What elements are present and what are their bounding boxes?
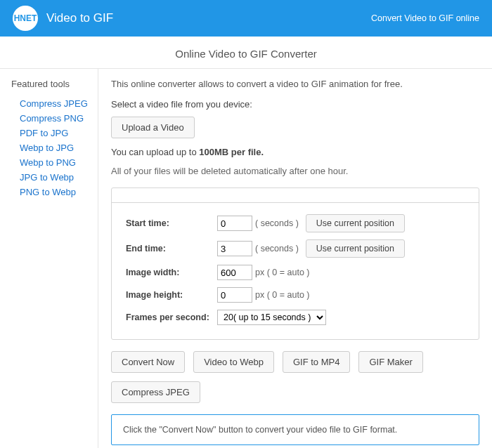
sidebar-heading: Featured tools xyxy=(11,79,98,89)
action-row: Convert Now Video to Webp GIF to MP4 GIF… xyxy=(111,351,479,403)
sidebar-item-webp-to-png[interactable]: Webp to PNG xyxy=(11,155,98,170)
intro-text: This online converter allows to convert … xyxy=(111,79,479,89)
hint-box: Click the "Convert Now" button to conver… xyxy=(111,414,479,445)
fps-label: Frames per second: xyxy=(126,312,217,322)
end-time-input[interactable] xyxy=(217,241,252,256)
sidebar-item-pdf-to-jpg[interactable]: PDF to JPG xyxy=(11,126,98,140)
start-time-label: Start time: xyxy=(126,218,217,228)
image-height-unit: px ( 0 = auto ) xyxy=(255,290,309,300)
header-link-convert[interactable]: Convert Video to GIF online xyxy=(371,13,479,23)
image-height-label: Image height: xyxy=(126,290,217,300)
panel-body: Start time: ( seconds ) Use current posi… xyxy=(112,202,479,339)
select-file-label: Select a video file from you device: xyxy=(111,99,479,110)
upload-note-prefix: You can upload up to xyxy=(111,147,199,157)
upload-note-limit: 100MB per file. xyxy=(199,147,264,157)
image-height-input[interactable] xyxy=(217,287,252,303)
sidebar-item-jpg-to-webp[interactable]: JPG to Webp xyxy=(11,170,98,185)
header-left: HNET Video to GIF xyxy=(13,6,113,31)
row-end-time: End time: ( seconds ) Use current positi… xyxy=(126,239,465,258)
image-width-input[interactable] xyxy=(217,265,252,280)
hint-text: Click the "Convert Now" button to conver… xyxy=(123,425,397,435)
end-time-label: End time: xyxy=(126,244,217,253)
row-fps: Frames per second: 20( up to 15 seconds … xyxy=(126,310,465,325)
delete-note: All of your files will be deleted automa… xyxy=(111,166,479,176)
start-time-unit: ( seconds ) xyxy=(255,218,299,228)
sidebar-item-compress-png[interactable]: Compress PNG xyxy=(11,111,98,126)
content: Featured tools Compress JPEG Compress PN… xyxy=(0,68,492,448)
upload-note: You can upload up to 100MB per file. xyxy=(111,147,479,157)
row-image-width: Image width: px ( 0 = auto ) xyxy=(126,265,465,280)
sidebar-item-compress-jpeg[interactable]: Compress JPEG xyxy=(11,96,98,111)
header: HNET Video to GIF Convert Video to GIF o… xyxy=(0,0,492,37)
panel-spacer xyxy=(112,188,479,202)
sidebar-item-png-to-webp[interactable]: PNG to Webp xyxy=(11,185,98,199)
compress-jpeg-button[interactable]: Compress JPEG xyxy=(111,381,200,403)
gif-maker-button[interactable]: GIF Maker xyxy=(358,351,422,373)
fps-select[interactable]: 20( up to 15 seconds ) xyxy=(217,310,326,325)
convert-now-button[interactable]: Convert Now xyxy=(111,351,185,373)
end-use-current-button[interactable]: Use current position xyxy=(306,239,405,258)
start-use-current-button[interactable]: Use current position xyxy=(306,214,405,232)
sidebar-item-webp-to-jpg[interactable]: Webp to JPG xyxy=(11,140,98,155)
row-start-time: Start time: ( seconds ) Use current posi… xyxy=(126,214,465,232)
logo: HNET xyxy=(13,6,38,31)
settings-panel: Start time: ( seconds ) Use current posi… xyxy=(111,187,479,340)
page-title: Online Video to GIF Converter xyxy=(0,37,492,68)
image-width-unit: px ( 0 = auto ) xyxy=(255,268,309,277)
main: This online converter allows to convert … xyxy=(98,69,492,448)
row-image-height: Image height: px ( 0 = auto ) xyxy=(126,287,465,303)
sidebar: Featured tools Compress JPEG Compress PN… xyxy=(0,69,98,448)
start-time-input[interactable] xyxy=(217,216,252,231)
image-width-label: Image width: xyxy=(126,268,217,277)
video-to-webp-button[interactable]: Video to Webp xyxy=(193,351,274,373)
app-title: Video to GIF xyxy=(46,11,113,25)
upload-video-button[interactable]: Upload a Video xyxy=(111,117,195,138)
gif-to-mp4-button[interactable]: GIF to MP4 xyxy=(283,351,350,373)
end-time-unit: ( seconds ) xyxy=(255,244,299,253)
